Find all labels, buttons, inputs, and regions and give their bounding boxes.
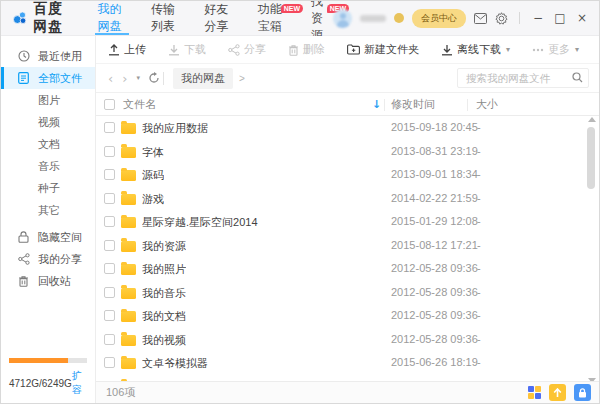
row-checkbox[interactable] — [104, 334, 115, 345]
sidebar-item-7[interactable]: 种子 — [1, 177, 95, 199]
file-name[interactable]: 游戏 — [142, 192, 164, 207]
table-row[interactable]: 源码2013-09-01 18:34- — [96, 163, 599, 187]
breadcrumb-root[interactable]: 我的网盘 — [173, 68, 233, 89]
scrollbar[interactable] — [586, 117, 597, 383]
sidebar-item-11[interactable]: 回收站 — [1, 270, 95, 292]
nav-tab-5[interactable]: 找资源NEW — [311, 1, 333, 35]
apps-grid-icon[interactable] — [528, 386, 541, 399]
table-row[interactable]: 我的视频2012-05-28 09:36- — [96, 328, 599, 352]
file-name[interactable]: 我的照片 — [142, 262, 186, 277]
member-center-button[interactable]: 会员中心 — [412, 9, 466, 28]
table-row[interactable]: 我的文档2012-05-28 09:36- — [96, 304, 599, 328]
toolbar-button-7[interactable]: 更多▾ — [532, 42, 579, 57]
nav-tab-3[interactable]: 好友分享 — [204, 1, 233, 35]
storage-progress-bar — [9, 358, 87, 363]
nav-tab-2[interactable]: 传输列表 — [151, 1, 180, 35]
nav-tab-1[interactable]: 我的网盘 — [98, 1, 127, 35]
table-row[interactable]: 我的资源2015-08-12 17:21- — [96, 234, 599, 258]
folder-icon — [121, 358, 136, 369]
column-header-modified[interactable]: 修改时间 — [391, 97, 435, 112]
close-button[interactable]: × — [575, 11, 589, 25]
upload-icon — [108, 44, 120, 56]
sidebar-item-label: 视频 — [38, 115, 60, 130]
back-arrow-icon[interactable]: ‹ — [108, 71, 113, 86]
forward-arrow-icon[interactable]: › — [122, 71, 127, 86]
toolbar-button-3[interactable]: 分享 — [228, 42, 266, 57]
file-name[interactable]: 我的应用数据 — [142, 121, 208, 136]
file-name[interactable]: 我的音乐 — [142, 286, 186, 301]
column-header-name[interactable]: 文件名 — [123, 97, 156, 112]
row-checkbox[interactable] — [104, 169, 115, 180]
folder-icon — [121, 217, 136, 228]
sidebar-item-6[interactable]: 音乐 — [1, 155, 95, 177]
history-dropdown-icon[interactable]: ▾ — [136, 74, 140, 82]
file-name[interactable]: 我的资源 — [142, 239, 186, 254]
toolbar-button-2[interactable]: 下载 — [168, 42, 206, 57]
file-modified-time: 2015-08-12 17:21 — [391, 239, 478, 251]
file-name[interactable]: 字体 — [142, 145, 164, 160]
toolbar-button-4[interactable]: 删除 — [288, 42, 325, 57]
user-avatar[interactable] — [333, 9, 352, 28]
new-badge: NEW — [281, 4, 303, 13]
column-divider — [384, 99, 385, 111]
row-checkbox[interactable] — [104, 287, 115, 298]
sidebar-item-2[interactable]: 全部文件 — [1, 67, 95, 89]
select-all-checkbox[interactable] — [104, 99, 115, 110]
maximize-button[interactable]: □ — [553, 11, 567, 25]
row-checkbox[interactable] — [104, 263, 115, 274]
toolbar-button-6[interactable]: 离线下载▾ — [441, 42, 510, 57]
table-row[interactable]: 游戏2014-02-22 21:59- — [96, 187, 599, 211]
sidebar-item-5[interactable]: 文档 — [1, 133, 95, 155]
table-row[interactable]: 我的照片2012-05-28 09:36- — [96, 257, 599, 281]
file-size: - — [477, 192, 481, 204]
hidden-space-lock-button[interactable] — [574, 384, 591, 401]
row-checkbox[interactable] — [104, 216, 115, 227]
column-header-size[interactable]: 大小 — [476, 97, 498, 112]
nav-tab-4[interactable]: 功能宝箱NEW — [258, 1, 287, 35]
file-name[interactable]: 文卓爷模拟器 — [142, 356, 208, 371]
file-size: - — [477, 356, 481, 368]
minimize-button[interactable]: − — [531, 11, 545, 25]
row-checkbox[interactable] — [104, 240, 115, 251]
app-logo: 百度网盘 — [13, 0, 76, 36]
sidebar-item-label: 种子 — [38, 181, 60, 196]
file-name[interactable]: 源码 — [142, 168, 164, 183]
table-row[interactable]: 星际穿越.星际空间20142015-01-29 12:08- — [96, 210, 599, 234]
row-checkbox[interactable] — [104, 193, 115, 204]
column-divider — [467, 99, 468, 111]
row-checkbox[interactable] — [104, 122, 115, 133]
scrollbar-thumb[interactable] — [587, 127, 595, 189]
row-checkbox[interactable] — [104, 357, 115, 368]
search-icon[interactable] — [572, 72, 583, 83]
breadcrumb-bar: ‹ › ▾ 我的网盘 > — [96, 64, 599, 93]
sidebar-item-8[interactable]: 其它 — [1, 199, 95, 221]
more-icon — [532, 48, 544, 52]
row-checkbox[interactable] — [104, 146, 115, 157]
sort-desc-icon[interactable]: ↓ — [372, 98, 381, 111]
sidebar-item-label: 其它 — [38, 203, 60, 218]
file-name[interactable]: 我的视频 — [142, 333, 186, 348]
scroll-up-icon[interactable] — [588, 117, 596, 122]
file-name[interactable]: 我的文档 — [142, 309, 186, 324]
table-row[interactable]: 字体2013-08-31 23:19- — [96, 140, 599, 164]
file-name[interactable]: 星际穿越.星际空间2014 — [142, 215, 258, 230]
row-checkbox[interactable] — [104, 310, 115, 321]
quick-upload-button[interactable] — [549, 384, 566, 401]
folder-icon — [121, 264, 136, 275]
expand-storage-link[interactable]: 扩容 — [72, 369, 87, 397]
sidebar-item-1[interactable]: 最近使用 — [1, 45, 95, 67]
search-input[interactable] — [457, 68, 589, 88]
toolbar-button-1[interactable]: 上传 — [108, 42, 146, 57]
sidebar-item-3[interactable]: 图片 — [1, 89, 95, 111]
main-nav-tabs: 我的网盘传输列表好友分享功能宝箱NEW找资源NEW — [98, 1, 334, 35]
toolbar-button-5[interactable]: 新建文件夹 — [347, 42, 419, 57]
sidebar-item-9[interactable]: 隐藏空间 — [1, 226, 95, 248]
sidebar-item-4[interactable]: 视频 — [1, 111, 95, 133]
table-row[interactable]: 文卓爷模拟器2015-06-26 18:19- — [96, 351, 599, 375]
settings-gear-icon[interactable] — [495, 12, 508, 25]
sidebar-item-10[interactable]: 我的分享 — [1, 248, 95, 270]
table-row[interactable]: 我的应用数据2015-09-18 20:45- — [96, 116, 599, 140]
message-icon[interactable] — [474, 13, 487, 24]
table-row[interactable]: 我的音乐2012-05-28 09:36- — [96, 281, 599, 305]
refresh-icon[interactable] — [148, 72, 160, 84]
